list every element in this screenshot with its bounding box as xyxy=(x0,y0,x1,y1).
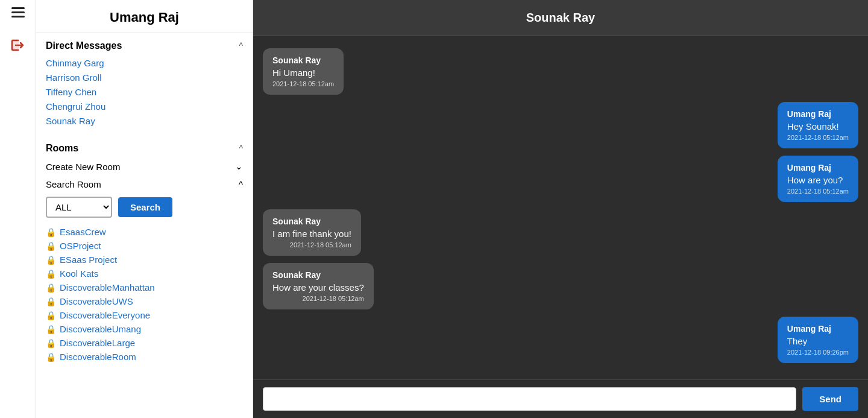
list-item: Sounak Ray xyxy=(46,114,243,128)
rooms-chevron[interactable]: ^ xyxy=(239,144,243,153)
lock-icon: 🔒 xyxy=(46,311,56,320)
direct-messages-label: Direct Messages xyxy=(46,40,122,51)
list-item: 🔒 DiscoverableUmang xyxy=(46,322,243,336)
chat-header: Sounak Ray xyxy=(253,0,868,36)
message-bubble: Sounak Ray How are your classes? 2021-12… xyxy=(263,263,374,309)
rooms-header: Rooms ^ xyxy=(43,136,245,157)
search-room-controls: ALL Public Private Search xyxy=(43,193,245,224)
logout-icon[interactable] xyxy=(8,36,28,57)
list-item: 🔒 DiscoverableLarge xyxy=(46,336,243,350)
message-sender: Sounak Ray xyxy=(272,55,334,65)
room-discoverable-room[interactable]: DiscoverableRoom xyxy=(60,352,136,362)
list-item: Tiffeny Chen xyxy=(46,85,243,100)
chat-area: Sounak Ray Sounak Ray Hi Umang! 2021-12-… xyxy=(253,0,868,418)
search-button[interactable]: Search xyxy=(118,197,172,217)
direct-messages-chevron[interactable]: ^ xyxy=(239,41,243,51)
icon-bar xyxy=(0,0,36,418)
list-item: Chinmay Garg xyxy=(46,56,243,71)
create-new-room-chevron: ⌄ xyxy=(235,161,243,172)
chat-input-area: Send xyxy=(253,379,868,418)
lock-icon: 🔒 xyxy=(46,297,56,306)
list-item: 🔒 Kool Kats xyxy=(46,267,243,280)
dm-contact-chengrui[interactable]: Chengrui Zhou xyxy=(46,101,105,112)
message-time: 2021-12-18 05:12am xyxy=(787,188,849,195)
room-discoverable-manhattan[interactable]: DiscoverableManhattan xyxy=(60,282,155,293)
room-list: 🔒 EsaasCrew 🔒 OSProject 🔒 ESaas Project … xyxy=(43,224,245,369)
sidebar-content: Direct Messages ^ Chinmay Garg Harrison … xyxy=(36,33,253,418)
dm-contact-tiffeny[interactable]: Tiffeny Chen xyxy=(46,87,96,97)
lock-icon: 🔒 xyxy=(46,269,56,279)
message-text: I am fine thank you! xyxy=(272,229,351,239)
lock-icon: 🔒 xyxy=(46,241,56,251)
chat-messages: Sounak Ray Hi Umang! 2021-12-18 05:12am … xyxy=(253,36,868,379)
message-bubble: Umang Raj They 2021-12-18 09:26pm xyxy=(778,317,858,363)
rooms-label: Rooms xyxy=(46,143,78,154)
message-time: 2021-12-18 05:12am xyxy=(272,241,351,249)
message-bubble: Sounak Ray Hi Umang! 2021-12-18 05:12am xyxy=(263,48,344,95)
message-time: 2021-12-18 05:12am xyxy=(272,80,334,87)
room-osproject[interactable]: OSProject xyxy=(60,241,101,251)
message-time: 2021-12-18 09:26pm xyxy=(787,349,849,356)
list-item: 🔒 DiscoverableRoom xyxy=(46,350,243,364)
dm-contact-harrison[interactable]: Harrison Groll xyxy=(46,72,102,83)
room-search-select[interactable]: ALL Public Private xyxy=(46,197,112,218)
lock-icon: 🔒 xyxy=(46,338,56,348)
search-room-label: Search Room xyxy=(46,179,101,189)
list-item: 🔒 DiscoverableManhattan xyxy=(46,280,243,294)
lock-icon: 🔒 xyxy=(46,325,56,334)
sidebar-user-name: Umang Raj xyxy=(36,0,253,33)
room-discoverable-everyone[interactable]: DiscoverableEveryone xyxy=(60,310,150,320)
message-text: How are your classes? xyxy=(272,282,364,293)
lock-icon: 🔒 xyxy=(46,255,56,265)
lock-icon: 🔒 xyxy=(46,352,56,362)
message-time: 2021-12-18 05:12am xyxy=(272,295,364,302)
list-item: 🔒 OSProject xyxy=(46,239,243,253)
lock-icon: 🔒 xyxy=(46,227,56,237)
room-discoverable-uws[interactable]: DiscoverableUWS xyxy=(60,296,133,306)
search-room-chevron: ^ xyxy=(239,179,243,189)
create-new-room-row[interactable]: Create New Room ⌄ xyxy=(43,157,245,176)
list-item: 🔒 DiscoverableEveryone xyxy=(46,308,243,322)
rooms-section: Rooms ^ Create New Room ⌄ Search Room ^ … xyxy=(43,136,245,369)
room-esaascrew[interactable]: EsaasCrew xyxy=(60,227,106,237)
message-sender: Umang Raj xyxy=(787,163,849,173)
dm-contact-chinmay[interactable]: Chinmay Garg xyxy=(46,58,104,68)
list-item: 🔒 ESaas Project xyxy=(46,253,243,267)
message-text: Hey Sounak! xyxy=(787,121,849,131)
room-discoverable-large[interactable]: DiscoverableLarge xyxy=(60,338,135,348)
message-bubble: Umang Raj How are you? 2021-12-18 05:12a… xyxy=(778,156,858,202)
room-esaas-project[interactable]: ESaas Project xyxy=(60,255,117,265)
direct-messages-header: Direct Messages ^ xyxy=(43,33,245,55)
list-item: 🔒 EsaasCrew xyxy=(46,225,243,239)
room-kool-kats[interactable]: Kool Kats xyxy=(60,268,98,279)
dm-contact-sounak[interactable]: Sounak Ray xyxy=(46,116,95,126)
search-room-row[interactable]: Search Room ^ xyxy=(43,176,245,193)
room-discoverable-umang[interactable]: DiscoverableUmang xyxy=(60,324,141,334)
chat-input[interactable] xyxy=(263,387,796,411)
message-text: Hi Umang! xyxy=(272,68,334,78)
message-sender: Umang Raj xyxy=(787,109,849,119)
send-button[interactable]: Send xyxy=(802,387,858,411)
direct-messages-list: Chinmay Garg Harrison Groll Tiffeny Chen… xyxy=(43,55,245,133)
message-text: How are you? xyxy=(787,175,849,185)
hamburger-menu-icon[interactable] xyxy=(11,7,25,17)
message-text: They xyxy=(787,336,849,346)
list-item: 🔒 DiscoverableUWS xyxy=(46,294,243,308)
message-sender: Sounak Ray xyxy=(272,270,364,280)
list-item: Chengrui Zhou xyxy=(46,100,243,114)
message-bubble: Umang Raj Hey Sounak! 2021-12-18 05:12am xyxy=(778,102,858,148)
message-sender: Sounak Ray xyxy=(272,217,351,226)
list-item: Harrison Groll xyxy=(46,71,243,85)
sidebar: Umang Raj Direct Messages ^ Chinmay Garg… xyxy=(36,0,253,418)
message-sender: Umang Raj xyxy=(787,324,849,334)
create-new-room-label: Create New Room xyxy=(46,162,120,172)
message-bubble: Sounak Ray I am fine thank you! 2021-12-… xyxy=(263,209,361,256)
lock-icon: 🔒 xyxy=(46,283,56,293)
message-time: 2021-12-18 05:12am xyxy=(787,134,849,141)
